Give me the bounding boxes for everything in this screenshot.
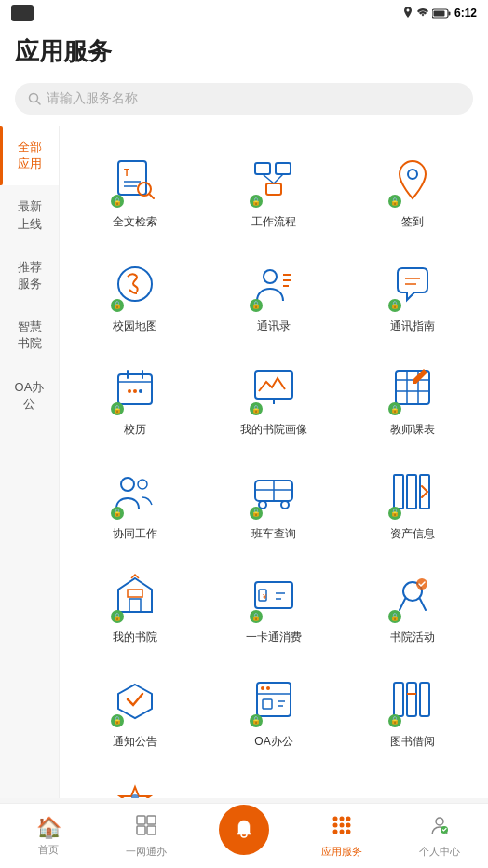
app-fulltext-icon-wrap: T 🔒 — [105, 150, 165, 210]
svg-rect-13 — [266, 183, 281, 195]
svg-point-18 — [264, 270, 277, 283]
content-area: T 🔒 全文检索 — [60, 126, 488, 798]
svg-point-60 — [266, 686, 270, 690]
svg-line-10 — [149, 194, 154, 198]
svg-point-82 — [436, 818, 443, 825]
app-campusmap-icon-wrap: 🔒 — [105, 254, 165, 314]
app-schedule[interactable]: 🔒 校历 — [67, 348, 202, 445]
sidebar-item-oa[interactable]: OA办 公 — [0, 366, 59, 426]
lock-badge: 🔒 — [388, 610, 401, 623]
lock-badge: 🔒 — [111, 299, 124, 312]
lock-badge: 🔒 — [111, 610, 124, 623]
app-checkin[interactable]: 🔒 签到 — [346, 141, 481, 237]
svg-rect-47 — [407, 475, 416, 509]
sidebar-item-smart[interactable]: 智慧 书院 — [0, 305, 59, 365]
app-campusmap[interactable]: 🔒 校园地图 — [67, 245, 202, 342]
app-oa-label: OA办公 — [254, 735, 292, 750]
nav-bell-button[interactable] — [219, 805, 269, 855]
sidebar: 全部 应用 最新 上线 推荐 服务 智慧 书院 OA办 公 — [0, 126, 60, 798]
app-oa-icon-wrap: 🔒 — [244, 670, 304, 729]
app-fulltext-label: 全文检索 — [113, 215, 157, 230]
app-library[interactable]: 🔒 图书借阅 — [346, 660, 481, 757]
header: 应用服务 — [0, 26, 488, 75]
app-ecard-icon-wrap: ¥ 🔒 — [244, 565, 304, 625]
lock-badge: 🔒 — [388, 507, 401, 520]
svg-point-77 — [339, 822, 344, 827]
app-assets-label: 资产信息 — [390, 527, 435, 542]
app-timetable[interactable]: 🔒 教师课表 — [346, 348, 481, 445]
app-fulltext[interactable]: T 🔒 全文检索 — [67, 141, 202, 237]
svg-point-74 — [339, 816, 344, 821]
app-comguide-label: 通讯指南 — [390, 319, 435, 334]
svg-rect-66 — [420, 683, 429, 716]
svg-rect-50 — [255, 582, 292, 608]
svg-text:T: T — [124, 168, 129, 178]
app-notice[interactable]: 🔒 通知公告 — [67, 660, 202, 757]
sidebar-item-all[interactable]: 全部 应用 — [0, 126, 59, 185]
app-shuttle[interactable]: 🔒 班车查询 — [206, 453, 341, 549]
svg-rect-46 — [394, 475, 403, 509]
app-assets[interactable]: 🔒 资产信息 — [346, 453, 481, 549]
app-contacts[interactable]: 🔒 通讯录 — [206, 245, 341, 342]
app-shuttle-icon-wrap: 🔒 — [244, 462, 304, 522]
app-library-icon-wrap: 🔒 — [383, 670, 442, 729]
wifi-icon — [416, 8, 429, 18]
app-campusmap-label: 校园地图 — [113, 319, 157, 334]
svg-point-29 — [133, 389, 137, 393]
app-comguide-icon-wrap: 🔒 — [383, 254, 442, 314]
nav-home[interactable]: 🏠 首页 — [0, 808, 98, 864]
nav-profile[interactable]: 个人中心 — [390, 807, 488, 866]
sidebar-item-recommend[interactable]: 推荐 服务 — [0, 246, 59, 305]
app-myimage[interactable]: 🔒 我的书院画像 — [206, 348, 341, 445]
svg-point-30 — [139, 389, 142, 393]
app-workflow-label: 工作流程 — [251, 215, 296, 230]
app-myschool[interactable]: 🔒 我的书院 — [67, 556, 202, 653]
lock-badge: 🔒 — [250, 610, 263, 623]
search-input-wrap[interactable]: 请输入服务名称 — [15, 83, 473, 115]
app-comguide[interactable]: 🔒 通讯指南 — [346, 245, 481, 342]
page-title: 应用服务 — [15, 35, 473, 68]
svg-line-4 — [37, 102, 41, 105]
svg-point-81 — [346, 829, 350, 834]
app-oa[interactable]: 🔒 OA办公 — [206, 660, 341, 757]
sidebar-item-new[interactable]: 最新 上线 — [0, 185, 59, 245]
app-myschool-icon-wrap: 🔒 — [105, 565, 165, 625]
app-activities[interactable]: 🔒 书院活动 — [346, 556, 481, 653]
search-placeholder: 请输入服务名称 — [47, 90, 138, 107]
svg-rect-5 — [118, 161, 146, 195]
main-layout: 全部 应用 最新 上线 推荐 服务 智慧 书院 OA办 公 T 🔒 — [0, 126, 488, 798]
svg-point-80 — [339, 829, 344, 834]
app-timetable-label: 教师课表 — [390, 423, 435, 438]
svg-point-73 — [332, 816, 337, 821]
svg-rect-65 — [407, 683, 416, 716]
app-activities-icon-wrap: 🔒 — [383, 565, 442, 625]
app-ecard-label: 一卡通消费 — [246, 631, 302, 645]
app-collab[interactable]: 🔒 协同工作 — [67, 453, 202, 549]
bottom-nav: 🏠 首页 一网通办 — [0, 803, 488, 868]
app-schedule-icon-wrap: 🔒 — [105, 358, 165, 417]
app-icon-small — [11, 5, 34, 21]
svg-point-39 — [121, 478, 134, 491]
svg-point-28 — [128, 389, 131, 393]
status-bar: 6:12 — [0, 0, 488, 26]
status-icons — [402, 7, 451, 20]
app-workflow[interactable]: 🔒 工作流程 — [206, 141, 341, 237]
svg-line-14 — [263, 174, 274, 183]
app-workflow-icon-wrap: 🔒 — [244, 150, 304, 210]
nav-yiwang[interactable]: 一网通办 — [98, 807, 196, 866]
app-activities-label: 书院活动 — [390, 631, 435, 645]
app-zhineng[interactable]: 🔒 知慧书院 — [67, 765, 202, 798]
status-right: 6:12 — [402, 7, 477, 20]
home-icon: 🏠 — [36, 816, 61, 840]
apps-icon — [331, 814, 353, 842]
lock-badge: 🔒 — [250, 507, 263, 520]
bell-icon — [232, 818, 256, 842]
lock-badge: 🔒 — [250, 195, 263, 208]
nav-apps[interactable]: 应用服务 — [292, 807, 390, 866]
app-checkin-icon-wrap: 🔒 — [383, 150, 442, 210]
app-ecard[interactable]: ¥ 🔒 一卡通消费 — [206, 556, 341, 653]
svg-point-59 — [261, 686, 264, 690]
grid-icon — [135, 814, 157, 836]
lock-badge: 🔒 — [111, 402, 124, 415]
nav-yiwang-label: 一网通办 — [126, 845, 167, 859]
